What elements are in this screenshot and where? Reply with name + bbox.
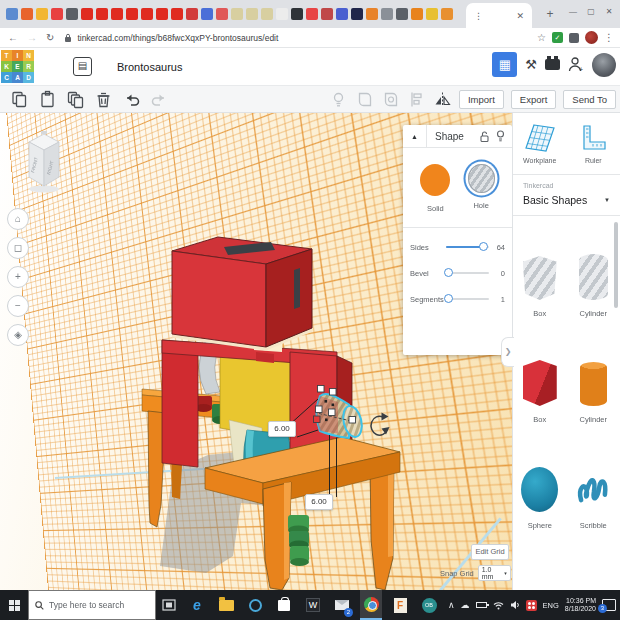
rotate-handle-icon[interactable] <box>371 413 389 436</box>
start-button[interactable] <box>0 590 28 620</box>
close-icon[interactable]: ✕ <box>600 0 618 26</box>
pinned-tab[interactable] <box>216 8 228 20</box>
shape-library-box[interactable]: Box <box>513 332 567 438</box>
url-field[interactable]: tinkercad.com/things/b68fwcXqxPY-brontos… <box>64 33 537 43</box>
forward-icon[interactable]: → <box>27 32 37 43</box>
slider-thumb[interactable] <box>444 268 453 277</box>
sidebar-collapse-button[interactable]: ❯ <box>501 337 514 367</box>
active-tab[interactable]: ⋮ ✕ <box>466 3 532 28</box>
chrome-icon[interactable] <box>360 590 382 620</box>
copy-icon[interactable] <box>10 90 29 109</box>
onedrive-cloud-icon[interactable]: ☁ <box>461 600 470 610</box>
ruler-tool[interactable]: Ruler <box>567 113 620 174</box>
export-button[interactable]: Export <box>511 90 556 109</box>
redo-icon[interactable] <box>150 90 169 109</box>
minecraft-pickaxe-icon[interactable]: ⚒ <box>525 57 537 72</box>
hole-swatch-icon[interactable] <box>468 164 495 193</box>
collapse-panel-icon[interactable]: ▲ <box>403 125 427 148</box>
pinned-tab[interactable] <box>276 8 288 20</box>
delete-icon[interactable] <box>94 90 113 109</box>
align-icon[interactable] <box>407 90 426 109</box>
solid-swatch-icon[interactable] <box>420 164 450 196</box>
design-title[interactable]: Brontosaurus <box>117 61 182 73</box>
pinned-tab[interactable] <box>201 8 213 20</box>
slider-segments[interactable]: Segments1 <box>403 286 512 312</box>
paste-icon[interactable] <box>38 90 57 109</box>
pinned-tab[interactable] <box>351 8 363 20</box>
reload-icon[interactable]: ↻ <box>46 32 54 43</box>
back-icon[interactable]: ← <box>8 32 18 43</box>
send-to-button[interactable]: Send To <box>563 90 616 109</box>
fit-view-button[interactable]: ◻ <box>7 237 29 259</box>
file-explorer-icon[interactable] <box>215 590 237 620</box>
slider-bevel[interactable]: Bevel0 <box>403 260 512 286</box>
pinned-tab[interactable] <box>396 8 408 20</box>
minimize-icon[interactable]: — <box>564 0 582 26</box>
new-tab-button[interactable]: + <box>542 6 558 22</box>
shape-library-dropdown[interactable]: Tinkercad Basic Shapes ▼ <box>513 175 620 216</box>
clock[interactable]: 10:36 PM 8/18/2020 <box>565 597 596 614</box>
ob-app-icon[interactable]: OB <box>418 590 440 620</box>
pinned-tab[interactable] <box>366 8 378 20</box>
dimension-label[interactable]: 6.00 <box>305 494 333 510</box>
shape-library-sphere[interactable]: Sphere <box>513 438 567 544</box>
taskbar-search[interactable]: Type here to search <box>28 590 156 620</box>
selected-hole-cylinder[interactable] <box>317 394 365 439</box>
pinned-tab[interactable] <box>66 8 78 20</box>
ungroup-icon[interactable] <box>381 90 400 109</box>
view-cube[interactable]: FRONT RIGHT <box>24 129 68 195</box>
lightbulb-icon[interactable] <box>496 130 505 142</box>
design-menu-button[interactable]: ▤ <box>73 57 92 76</box>
pinned-tab[interactable] <box>156 8 168 20</box>
mail-icon[interactable]: 2 <box>331 590 353 620</box>
wifi-icon[interactable] <box>493 601 504 610</box>
pinned-tab[interactable] <box>381 8 393 20</box>
pinned-tab[interactable] <box>51 8 63 20</box>
volume-icon[interactable] <box>510 600 520 610</box>
workplane-tool[interactable]: Workplane <box>513 113 567 174</box>
pinned-tab[interactable] <box>426 8 438 20</box>
pinned-tab[interactable] <box>21 8 33 20</box>
dashboard-tiles-icon[interactable]: ▦ <box>492 52 517 77</box>
pinned-tab[interactable] <box>321 8 333 20</box>
import-button[interactable]: Import <box>459 90 504 109</box>
language-indicator[interactable]: ENG <box>543 601 559 610</box>
remote-session-icon[interactable] <box>526 600 537 611</box>
bookmark-star-icon[interactable]: ☆ <box>537 32 546 43</box>
pinned-tab[interactable] <box>411 8 423 20</box>
shape-library-cylinder[interactable]: Cylinder <box>567 226 620 332</box>
profile-avatar[interactable] <box>585 31 598 44</box>
pinned-tab[interactable] <box>441 8 453 20</box>
pinned-tab[interactable] <box>306 8 318 20</box>
tab-close-icon[interactable]: ✕ <box>516 11 524 21</box>
notification-center-icon[interactable]: 3 <box>602 599 616 611</box>
browser-menu-icon[interactable]: ⋮ <box>604 32 614 43</box>
pinned-tab[interactable] <box>291 8 303 20</box>
hole-option[interactable]: Hole <box>468 164 495 213</box>
store-icon[interactable] <box>273 590 295 620</box>
slider-track[interactable] <box>446 298 489 300</box>
tinkercad-logo[interactable]: TINKERCAD <box>1 50 34 83</box>
solid-option[interactable]: Solid <box>420 164 450 213</box>
slider-track[interactable] <box>446 246 489 248</box>
pinned-tab[interactable] <box>171 8 183 20</box>
account-avatar[interactable] <box>592 53 616 77</box>
duplicate-icon[interactable] <box>66 90 85 109</box>
extension-icon[interactable] <box>569 33 579 43</box>
pinned-tab[interactable] <box>6 8 18 20</box>
pinned-tab[interactable] <box>126 8 138 20</box>
edit-grid-button[interactable]: Edit Grid <box>471 544 509 560</box>
gallery-scrollbar[interactable] <box>614 222 618 308</box>
pinned-tab[interactable] <box>186 8 198 20</box>
perspective-toggle-button[interactable]: ◈ <box>7 324 29 346</box>
pinned-tab[interactable] <box>96 8 108 20</box>
home-view-button[interactable]: ⌂ <box>7 208 29 230</box>
add-person-icon[interactable]: + <box>568 56 584 73</box>
w-app-icon[interactable]: W <box>302 590 324 620</box>
hidden-icons-chevron[interactable]: ∧ <box>448 600 455 610</box>
show-all-icon[interactable] <box>329 90 348 109</box>
cortana-icon[interactable] <box>244 590 266 620</box>
slider-track[interactable] <box>446 272 489 274</box>
extension-check-icon[interactable]: ✓ <box>552 32 563 43</box>
slider-sides[interactable]: Sides64 <box>403 234 512 260</box>
